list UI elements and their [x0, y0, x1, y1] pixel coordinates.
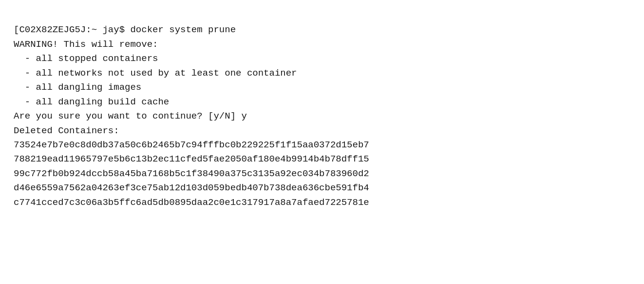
terminal-window: [C02X82ZEJG5J:~ jay$ docker system prune… — [0, 0, 644, 284]
terminal-line: 788219ead11965797e5b6c13b2ec11cfed5fae20… — [14, 152, 634, 166]
terminal-line: WARNING! This will remove: — [14, 38, 634, 52]
terminal-line: Are you sure you want to continue? [y/N]… — [14, 109, 634, 123]
terminal-line: c7741cced7c3c06a3b5ffc6ad5db0895daa2c0e1… — [14, 196, 634, 210]
terminal-line: - all dangling build cache — [14, 95, 634, 109]
terminal-line: - all dangling images — [14, 81, 634, 95]
terminal-line: 73524e7b7e0c8d0db37a50c6b2465b7c94fffbc0… — [14, 138, 634, 152]
terminal-line: - all networks not used by at least one … — [14, 66, 634, 81]
terminal-line: d46e6559a7562a04263ef3ce75ab12d103d059be… — [14, 181, 634, 195]
terminal-line: - all stopped containers — [14, 52, 634, 66]
terminal-line: 99c772fb0b924dccb58a45ba7168b5c1f38490a3… — [14, 167, 634, 181]
terminal-line: [C02X82ZEJG5J:~ jay$ docker system prune — [14, 23, 634, 37]
terminal-line: Deleted Containers: — [14, 124, 634, 138]
